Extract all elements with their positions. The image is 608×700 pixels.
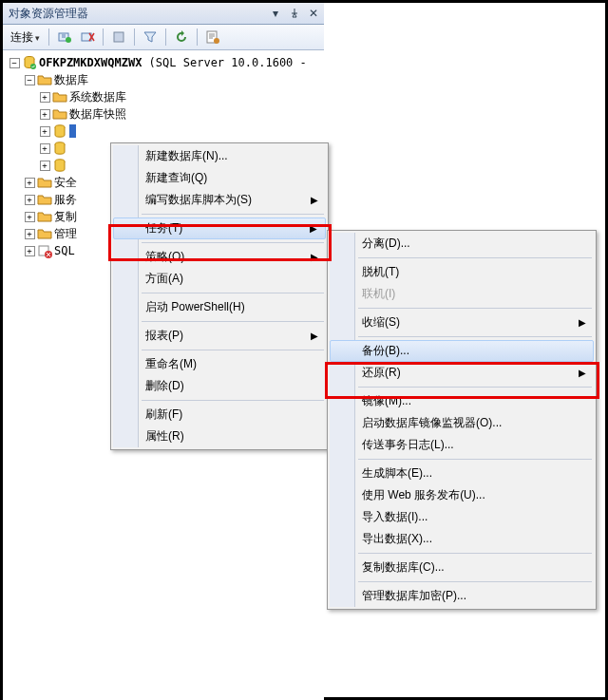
menu-separator	[142, 293, 324, 293]
menu-mirror[interactable]: 镜像(M)...	[330, 390, 594, 412]
menu-take-offline[interactable]: 脱机(T)	[330, 261, 594, 283]
menu-copy-database[interactable]: 复制数据库(C)...	[330, 557, 594, 578]
submenu-arrow-icon: ▶	[311, 195, 318, 205]
tree-label: 管理	[54, 226, 77, 242]
database-icon	[52, 158, 67, 173]
folder-icon	[37, 226, 52, 241]
tree-sysdb-node[interactable]: + 系统数据库	[5, 88, 322, 105]
tree-label: 系统数据库	[69, 89, 126, 105]
tree-databases-node[interactable]: − 数据库	[5, 71, 322, 88]
folder-icon	[37, 72, 52, 87]
submenu-arrow-icon: ▶	[310, 223, 317, 234]
collapse-icon[interactable]: −	[7, 55, 22, 70]
menu-separator	[358, 387, 592, 388]
menu-restore[interactable]: 还原(R)▶	[330, 362, 594, 384]
panel-titlebar: 对象资源管理器 ▾ ✕	[3, 3, 324, 25]
tree-label: SQL	[54, 244, 75, 257]
menu-separator	[358, 308, 592, 309]
properties-icon[interactable]	[202, 27, 223, 47]
menu-new-database[interactable]: 新建数据库(N)...	[113, 145, 326, 167]
server-label: OFKPZMKDXWQMZWX (SQL Server 10.0.1600 -	[39, 56, 307, 69]
connect-icon[interactable]	[54, 27, 75, 47]
menu-separator	[142, 350, 324, 350]
tree-server-node[interactable]: − OFKPZMKDXWQMZWX (SQL Server 10.0.1600 …	[5, 54, 322, 71]
close-icon[interactable]: ✕	[305, 6, 322, 21]
expand-icon[interactable]: +	[37, 106, 52, 122]
pin-icon[interactable]	[286, 6, 303, 21]
menu-refresh[interactable]: 刷新(F)	[113, 404, 326, 426]
menu-reports[interactable]: 报表(P)▶	[113, 325, 326, 347]
expand-icon[interactable]: +	[37, 89, 52, 104]
tree-label: 数据库快照	[69, 106, 126, 123]
tree-label: 数据库	[54, 72, 88, 88]
database-icon	[52, 123, 67, 139]
folder-icon	[37, 192, 52, 207]
menu-export-data[interactable]: 导出数据(X)...	[330, 528, 594, 550]
filter-icon[interactable]	[140, 27, 161, 47]
tree-selected-label	[69, 124, 76, 138]
expand-icon[interactable]: +	[22, 243, 37, 258]
tree-label: 安全	[54, 175, 77, 191]
menu-publish-web-service[interactable]: 使用 Web 服务发布(U)...	[330, 484, 594, 506]
expand-icon[interactable]: +	[37, 141, 52, 156]
menu-start-powershell[interactable]: 启动 PowerShell(H)	[113, 296, 326, 318]
tree-db-node[interactable]: +	[5, 123, 322, 140]
menu-separator	[358, 336, 592, 337]
tree-label: 服务	[54, 192, 77, 208]
panel-title: 对象资源管理器	[9, 6, 88, 22]
stop-icon[interactable]	[108, 27, 129, 47]
expand-icon[interactable]: +	[37, 158, 52, 173]
menu-separator	[358, 257, 592, 258]
menu-facets[interactable]: 方面(A)	[113, 268, 326, 290]
disconnect-icon[interactable]	[77, 27, 98, 47]
tasks-submenu: 分离(D)... 脱机(T) 联机(I) 收缩(S)▶ 备份(B)... 还原(…	[327, 230, 597, 610]
server-icon	[22, 55, 37, 70]
sqlagent-icon	[37, 243, 52, 258]
menu-launch-mirror-monitor[interactable]: 启动数据库镜像监视器(O)...	[330, 412, 594, 434]
menu-separator	[142, 321, 324, 322]
tree-label: 复制	[54, 209, 77, 225]
tree-snapshot-node[interactable]: + 数据库快照	[5, 105, 322, 123]
database-icon	[52, 141, 67, 156]
menu-backup[interactable]: 备份(B)...	[330, 340, 594, 362]
refresh-icon[interactable]	[171, 27, 192, 47]
expand-icon[interactable]: +	[22, 175, 37, 190]
menu-tasks[interactable]: 任务(T)▶	[113, 218, 326, 239]
menu-bring-online: 联机(I)	[330, 283, 594, 305]
expand-icon[interactable]: +	[37, 123, 52, 139]
context-menu: 新建数据库(N)... 新建查询(Q) 编写数据库脚本为(S)▶ 任务(T)▶ …	[110, 142, 329, 450]
menu-delete[interactable]: 删除(D)	[113, 375, 326, 397]
submenu-arrow-icon: ▶	[311, 331, 318, 341]
menu-new-query[interactable]: 新建查询(Q)	[113, 167, 326, 189]
folder-icon	[52, 89, 67, 104]
folder-icon	[37, 175, 52, 190]
menu-separator	[142, 242, 324, 243]
menu-generate-scripts[interactable]: 生成脚本(E)...	[330, 463, 594, 484]
expand-icon[interactable]: +	[22, 192, 37, 207]
menu-separator	[142, 214, 324, 215]
collapse-icon[interactable]: −	[22, 72, 37, 87]
folder-icon	[52, 106, 67, 122]
folder-icon	[37, 209, 52, 224]
menu-import-data[interactable]: 导入数据(I)...	[330, 506, 594, 528]
menu-separator	[358, 581, 592, 582]
menu-script-as[interactable]: 编写数据库脚本为(S)▶	[113, 189, 326, 211]
svg-point-5	[214, 38, 219, 44]
expand-icon[interactable]: +	[22, 226, 37, 241]
menu-separator	[142, 400, 324, 401]
submenu-arrow-icon: ▶	[579, 368, 586, 378]
window-dropdown-icon[interactable]: ▾	[267, 6, 284, 21]
toolbar: 连接▾	[3, 25, 324, 50]
connect-dropdown[interactable]: 连接▾	[7, 29, 44, 46]
menu-shrink[interactable]: 收缩(S)▶	[330, 312, 594, 333]
menu-detach[interactable]: 分离(D)...	[330, 233, 594, 255]
menu-policies[interactable]: 策略(O)▶	[113, 246, 326, 268]
submenu-arrow-icon: ▶	[579, 317, 586, 328]
svg-point-1	[66, 37, 71, 43]
menu-separator	[358, 459, 592, 460]
menu-ship-transaction-logs[interactable]: 传送事务日志(L)...	[330, 434, 594, 456]
menu-properties[interactable]: 属性(R)	[113, 426, 326, 447]
expand-icon[interactable]: +	[22, 209, 37, 224]
menu-rename[interactable]: 重命名(M)	[113, 353, 326, 375]
menu-manage-db-encryption[interactable]: 管理数据库加密(P)...	[330, 585, 594, 607]
